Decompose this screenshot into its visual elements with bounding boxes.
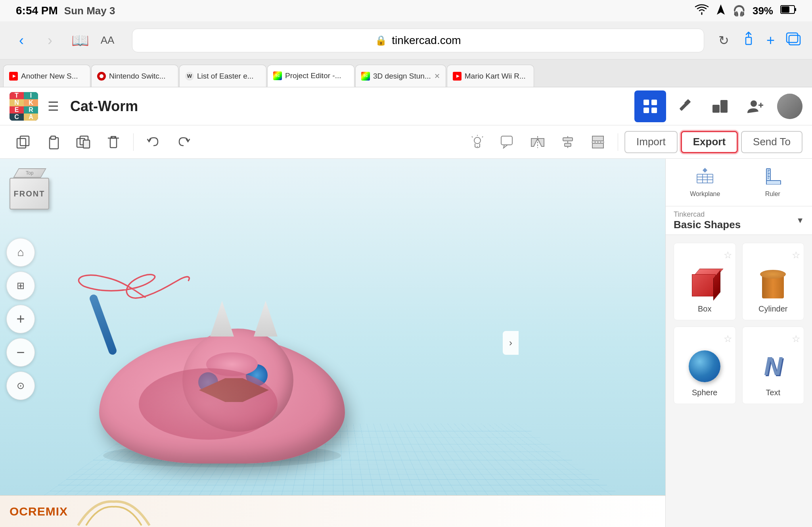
shape-sphere[interactable]: ☆ Sphere <box>674 327 736 404</box>
tab-projecteditor[interactable]: TC Project Editor -... <box>267 65 354 87</box>
light-button[interactable] <box>464 129 491 156</box>
svg-rect-44 <box>565 143 571 146</box>
zoom-out-button[interactable]: − <box>6 338 35 367</box>
home-button[interactable]: ⌂ <box>6 238 35 267</box>
shape-box[interactable]: ☆ Box <box>674 243 736 320</box>
hammer-button[interactable] <box>669 90 701 122</box>
ocremix-banner: OCREMIX <box>0 495 665 527</box>
view-cube[interactable]: Top FRONT <box>10 168 49 208</box>
svg-rect-2 <box>795 8 796 11</box>
svg-rect-16 <box>712 105 720 113</box>
svg-rect-4 <box>746 37 751 44</box>
zoom-in-button[interactable]: + <box>6 305 35 333</box>
tab-3ddesign[interactable]: TC 3D design Stun... ✕ <box>355 65 446 87</box>
battery-icon <box>780 5 796 16</box>
copy-button[interactable] <box>10 129 36 156</box>
youtube2-icon <box>453 72 462 81</box>
sphere-icon-area <box>685 348 724 384</box>
panel-tools: Workplane <box>666 159 812 206</box>
box-label: Box <box>698 304 711 314</box>
align-button[interactable] <box>554 129 581 156</box>
menu-icon[interactable]: ☰ <box>48 99 59 114</box>
model-3d <box>79 265 357 464</box>
status-time: 6:54 PM <box>16 4 58 17</box>
shape-text[interactable]: ☆ N Text <box>742 327 804 404</box>
cube-front-face: FRONT <box>10 178 49 210</box>
forward-button[interactable]: › <box>40 30 60 51</box>
address-bar[interactable]: 🔒 tinkercad.com <box>132 29 704 52</box>
ruler-button[interactable]: Ruler <box>741 165 804 200</box>
back-button[interactable]: ‹ <box>11 30 32 51</box>
redo-button[interactable] <box>170 129 197 156</box>
new-tab-button[interactable]: + <box>766 32 775 49</box>
grid-view-button[interactable] <box>634 90 666 122</box>
ruler-icon <box>763 167 782 188</box>
workplane-label: Workplane <box>690 190 720 198</box>
text-favorite-icon[interactable]: ☆ <box>792 333 801 344</box>
cat-tail <box>88 293 118 356</box>
paste-button[interactable] <box>40 129 67 156</box>
toolbar-separator-1 <box>133 133 134 151</box>
domain-text: tinkercad.com <box>392 34 461 47</box>
font-size-button[interactable]: AA <box>97 30 118 51</box>
right-panel: Workplane <box>665 159 812 527</box>
fit-button[interactable]: ⊞ <box>6 271 35 300</box>
svg-marker-46 <box>592 136 603 141</box>
lock-icon: 🔒 <box>375 35 387 46</box>
shape-cylinder[interactable]: ☆ Cylinder <box>742 243 804 320</box>
tab-nintendo[interactable]: Nintendo Switc... <box>91 65 178 87</box>
reload-button[interactable]: ↻ <box>718 33 729 48</box>
svg-marker-47 <box>592 143 603 148</box>
tab-nintendo-label: Nintendo Switc... <box>109 72 166 81</box>
svg-marker-40 <box>531 138 538 146</box>
undo-button[interactable] <box>140 129 167 156</box>
svg-line-37 <box>482 137 483 137</box>
svg-point-33 <box>474 137 481 144</box>
ocremix-decoration <box>74 496 153 527</box>
svg-rect-12 <box>643 108 649 113</box>
blocks-button[interactable] <box>704 90 736 122</box>
tabs-button[interactable] <box>786 32 801 48</box>
shapes-dropdown-icon[interactable]: ▼ <box>796 216 804 225</box>
browser-bar: ‹ › 📖 AA 🔒 tinkercad.com ↻ + <box>0 21 812 60</box>
callout-button[interactable] <box>494 129 521 156</box>
user-avatar[interactable] <box>777 94 802 119</box>
svg-rect-6 <box>787 33 798 42</box>
sendto-button[interactable]: Send To <box>741 131 802 153</box>
shapes-provider: Tinkercad <box>674 210 793 219</box>
svg-rect-17 <box>720 100 728 113</box>
cube-top-face: Top <box>13 168 46 178</box>
add-user-button[interactable] <box>739 90 771 122</box>
tinkercad2-tab-icon: TC <box>361 72 370 81</box>
svg-point-18 <box>751 100 757 107</box>
app-header: T I N K E R C A D ☰ Cat-Worm <box>0 87 812 125</box>
project-name: Cat-Worm <box>70 98 138 115</box>
mirror-button[interactable] <box>524 129 551 156</box>
cylinder-favorite-icon[interactable]: ☆ <box>792 250 801 261</box>
export-button[interactable]: Export <box>681 131 738 153</box>
share-button[interactable] <box>742 31 755 50</box>
tab-wikipedia[interactable]: W List of Easter e... <box>179 65 266 87</box>
box-favorite-icon[interactable]: ☆ <box>724 250 732 261</box>
tab-mariokart[interactable]: Mario Kart Wii R... <box>447 65 534 87</box>
viewport[interactable]: Top FRONT ⌂ ⊞ + − ⊙ › <box>0 159 665 527</box>
tab-projecteditor-label: Project Editor -... <box>285 71 341 80</box>
tab-wikipedia-label: List of Easter e... <box>197 72 254 81</box>
status-bar: 6:54 PM Sun May 3 🎧 39% <box>0 0 812 21</box>
perspective-button[interactable]: ⊙ <box>6 371 35 400</box>
import-button[interactable]: Import <box>624 131 678 153</box>
svg-rect-27 <box>83 140 90 148</box>
header-actions <box>634 90 802 122</box>
duplicate-button[interactable] <box>70 129 97 156</box>
sphere-favorite-icon[interactable]: ☆ <box>724 333 732 344</box>
flip-button[interactable] <box>584 129 611 156</box>
tab-3ddesign-label: 3D design Stun... <box>373 72 431 81</box>
panel-toggle-chevron[interactable]: › <box>503 331 519 355</box>
delete-button[interactable] <box>100 129 127 156</box>
battery-level: 39% <box>753 5 773 17</box>
bookmarks-button[interactable]: 📖 <box>71 32 89 49</box>
tab-close-3ddesign[interactable]: ✕ <box>434 72 440 81</box>
tinkercad-logo[interactable]: T I N K E R C A D <box>10 92 38 121</box>
workplane-button[interactable]: Workplane <box>674 165 737 200</box>
tab-youtube1[interactable]: Another New S... <box>3 65 90 87</box>
